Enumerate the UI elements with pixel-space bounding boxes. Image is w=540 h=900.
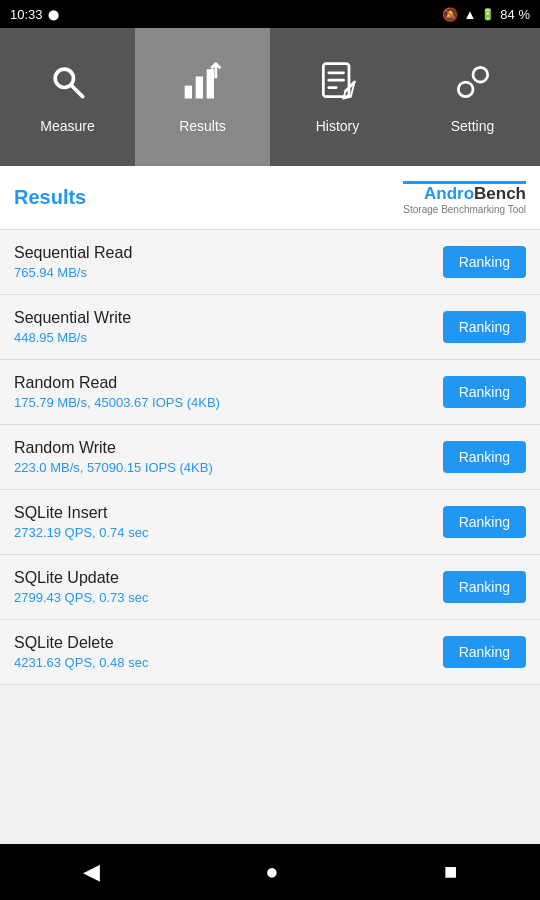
table-row: Random Read175.79 MB/s, 45003.67 IOPS (4… [0, 360, 540, 425]
result-name: Random Write [14, 439, 213, 457]
logo-subtitle: Storage Benchmarking Tool [403, 204, 526, 215]
result-info: Random Read175.79 MB/s, 45003.67 IOPS (4… [14, 374, 220, 410]
results-header: Results AndroBench Storage Benchmarking … [0, 166, 540, 230]
ranking-button[interactable]: Ranking [443, 376, 526, 408]
result-info: SQLite Delete4231.63 QPS, 0.48 sec [14, 634, 148, 670]
result-info: SQLite Insert2732.19 QPS, 0.74 sec [14, 504, 148, 540]
svg-line-1 [70, 85, 82, 97]
logo: AndroBench [424, 184, 526, 204]
result-value: 448.95 MB/s [14, 330, 131, 345]
ranking-button[interactable]: Ranking [443, 506, 526, 538]
ranking-button[interactable]: Ranking [443, 246, 526, 278]
result-name: Sequential Write [14, 309, 131, 327]
back-button[interactable]: ◀ [63, 849, 120, 895]
status-bar: 10:33 ⬤ 🔕 ▲ 🔋 84 % [0, 0, 540, 28]
results-list: Sequential Read765.94 MB/sRankingSequent… [0, 230, 540, 844]
tab-results[interactable]: Results [135, 28, 270, 166]
result-value: 2799.43 QPS, 0.73 sec [14, 590, 148, 605]
battery-icon: 🔋 [481, 8, 495, 21]
wifi-icon: ▲ [463, 7, 476, 22]
tab-setting-label: Setting [451, 118, 495, 134]
result-value: 4231.63 QPS, 0.48 sec [14, 655, 148, 670]
ranking-button[interactable]: Ranking [443, 636, 526, 668]
gear-icon [451, 60, 495, 110]
tab-history[interactable]: History [270, 28, 405, 166]
table-row: SQLite Insert2732.19 QPS, 0.74 secRankin… [0, 490, 540, 555]
tab-measure-label: Measure [40, 118, 94, 134]
table-row: Sequential Write448.95 MB/sRanking [0, 295, 540, 360]
bottom-bar: ◀ ● ■ [0, 844, 540, 900]
result-info: Sequential Write448.95 MB/s [14, 309, 131, 345]
result-name: SQLite Insert [14, 504, 148, 522]
svg-rect-2 [184, 86, 191, 99]
ranking-button[interactable]: Ranking [443, 311, 526, 343]
logo-dark: Bench [474, 184, 526, 203]
battery-percent: 84 % [500, 7, 530, 22]
result-value: 2732.19 QPS, 0.74 sec [14, 525, 148, 540]
status-time-area: 10:33 ⬤ [10, 7, 59, 22]
result-info: Random Write223.0 MB/s, 57090.15 IOPS (4… [14, 439, 213, 475]
svg-rect-3 [195, 77, 202, 99]
result-value: 765.94 MB/s [14, 265, 132, 280]
table-row: SQLite Delete4231.63 QPS, 0.48 secRankin… [0, 620, 540, 685]
nav-tabs: Measure Results [0, 28, 540, 166]
svg-rect-4 [206, 69, 213, 98]
notification-icon: 🔕 [442, 7, 458, 22]
home-button[interactable]: ● [245, 849, 298, 895]
logo-area: AndroBench Storage Benchmarking Tool [403, 180, 526, 215]
status-icons: 🔕 ▲ 🔋 84 % [442, 7, 530, 22]
tab-measure[interactable]: Measure [0, 28, 135, 166]
tab-setting[interactable]: Setting [405, 28, 540, 166]
result-value: 223.0 MB/s, 57090.15 IOPS (4KB) [14, 460, 213, 475]
history-icon [316, 60, 360, 110]
logo-blue: Andro [424, 184, 474, 203]
result-name: SQLite Delete [14, 634, 148, 652]
tab-results-label: Results [179, 118, 226, 134]
recent-button[interactable]: ■ [424, 849, 477, 895]
ranking-button[interactable]: Ranking [443, 571, 526, 603]
result-info: SQLite Update2799.43 QPS, 0.73 sec [14, 569, 148, 605]
table-row: SQLite Update2799.43 QPS, 0.73 secRankin… [0, 555, 540, 620]
table-row: Sequential Read765.94 MB/sRanking [0, 230, 540, 295]
result-value: 175.79 MB/s, 45003.67 IOPS (4KB) [14, 395, 220, 410]
svg-point-11 [473, 67, 488, 82]
svg-point-12 [458, 82, 473, 97]
result-name: SQLite Update [14, 569, 148, 587]
page-title: Results [14, 186, 86, 209]
ranking-button[interactable]: Ranking [443, 441, 526, 473]
result-info: Sequential Read765.94 MB/s [14, 244, 132, 280]
result-name: Random Read [14, 374, 220, 392]
chart-icon [181, 60, 225, 110]
search-icon [46, 60, 90, 110]
tab-history-label: History [316, 118, 360, 134]
result-name: Sequential Read [14, 244, 132, 262]
status-dot-icon: ⬤ [48, 9, 59, 20]
table-row: Random Write223.0 MB/s, 57090.15 IOPS (4… [0, 425, 540, 490]
status-time: 10:33 [10, 7, 43, 22]
